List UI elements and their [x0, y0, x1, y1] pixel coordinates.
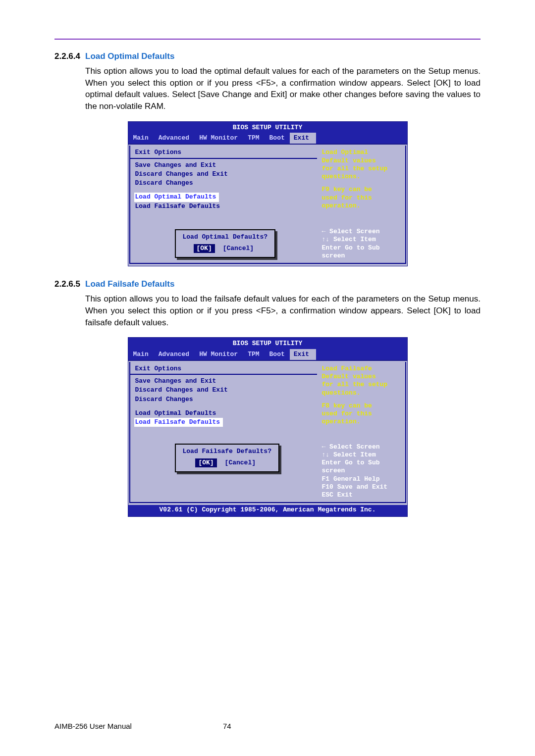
bios-left-panel: Exit Options Save Changes and Exit Disca…: [129, 362, 317, 504]
help-line: used for this: [322, 194, 401, 202]
bios-screenshot-failsafe: BIOS SETUP UTILITY Main Advanced HW Moni…: [128, 337, 408, 516]
section-number: 2.2.6.5: [54, 278, 85, 290]
opt-discard-exit[interactable]: Discard Changes and Exit: [135, 386, 312, 395]
help-line: Load Optimal: [322, 149, 401, 156]
help-line: operation.: [322, 418, 401, 426]
nav-enter: Enter Go to Sub: [322, 459, 401, 467]
tab-exit[interactable]: Exit: [290, 349, 316, 360]
bios-tabs: Main Advanced HW Monitor TPM Boot Exit: [128, 349, 407, 360]
opt-discard[interactable]: Discard Changes: [135, 179, 312, 188]
bios-copyright: V02.61 (C) Copyright 1985-2006, American…: [128, 505, 407, 516]
tab-main[interactable]: Main: [128, 349, 154, 360]
nav-select-item: ↑↓ Select Item: [322, 236, 401, 244]
cancel-button[interactable]: [Cancel]: [220, 244, 257, 253]
left-divider: [130, 374, 317, 375]
tab-boot[interactable]: Boot: [265, 349, 290, 360]
confirm-dialog-optimal: Load Optimal Defaults? [OK] [Cancel]: [175, 229, 276, 258]
left-divider: [130, 158, 317, 159]
nav-select-screen: ← Select Screen: [322, 443, 401, 451]
opt-save-exit[interactable]: Save Changes and Exit: [135, 377, 312, 386]
opt-load-optimal[interactable]: Load Optimal Defaults: [135, 409, 312, 418]
nav-select-item: ↑↓ Select Item: [322, 451, 401, 459]
help-line: F8 key can be: [322, 402, 401, 410]
opt-discard-exit[interactable]: Discard Changes and Exit: [135, 170, 312, 179]
top-divider: [54, 39, 481, 40]
bios-title: BIOS SETUP UTILITY: [128, 338, 407, 349]
section-heading-optimal: 2.2.6.4 Load Optimal Defaults: [54, 50, 481, 62]
section-body: This option allows you to load the optim…: [85, 65, 481, 112]
nav-esc: ESC Exit: [322, 491, 401, 499]
section-number: 2.2.6.4: [54, 50, 85, 62]
nav-screen: screen: [322, 252, 401, 260]
opt-load-failsafe[interactable]: Load Failsafe Defaults: [135, 202, 312, 211]
ok-button[interactable]: [OK]: [195, 458, 216, 467]
opt-load-optimal[interactable]: Load Optimal Defaults: [134, 193, 219, 202]
section-heading-failsafe: 2.2.6.5 Load Failsafe Defaults: [54, 278, 481, 290]
help-line: for all the setup: [322, 165, 401, 173]
tab-hw-monitor[interactable]: HW Monitor: [194, 349, 243, 360]
section-title: Load Failsafe Defaults: [85, 278, 174, 290]
opt-load-failsafe[interactable]: Load Failsafe Defaults: [134, 418, 223, 427]
tab-tpm[interactable]: TPM: [243, 349, 264, 360]
help-line: operation.: [322, 202, 401, 210]
help-line: questions.: [322, 389, 401, 397]
tab-exit[interactable]: Exit: [290, 133, 316, 144]
tab-advanced[interactable]: Advanced: [154, 133, 194, 144]
dialog-message: Load Failsafe Defaults?: [183, 448, 271, 455]
opt-save-exit[interactable]: Save Changes and Exit: [135, 161, 312, 170]
help-line: used for this: [322, 410, 401, 418]
tab-tpm[interactable]: TPM: [243, 133, 264, 144]
bios-tabs: Main Advanced HW Monitor TPM Boot Exit: [128, 133, 407, 144]
exit-options-heading: Exit Options: [135, 365, 312, 373]
bios-left-panel: Exit Options Save Changes and Exit Disca…: [129, 146, 317, 264]
help-line: for all the setup: [322, 381, 401, 389]
help-line: F9 key can be: [322, 186, 401, 194]
opt-discard[interactable]: Discard Changes: [135, 395, 312, 404]
help-line: questions.: [322, 173, 401, 181]
help-line: Default values: [322, 157, 401, 165]
ok-button[interactable]: [OK]: [194, 244, 215, 253]
tab-boot[interactable]: Boot: [265, 133, 290, 144]
exit-options-heading: Exit Options: [135, 149, 312, 156]
tab-advanced[interactable]: Advanced: [154, 349, 194, 360]
tab-hw-monitor[interactable]: HW Monitor: [194, 133, 243, 144]
bios-title: BIOS SETUP UTILITY: [128, 122, 407, 133]
nav-screen: screen: [322, 467, 401, 475]
nav-enter: Enter Go to Sub: [322, 244, 401, 252]
nav-select-screen: ← Select Screen: [322, 228, 401, 236]
section-title: Load Optimal Defaults: [85, 50, 174, 62]
nav-f10: F10 Save and Exit: [322, 483, 401, 491]
bios-help-panel: Load Failsafe Default values for all the…: [317, 362, 406, 504]
cancel-button[interactable]: [Cancel]: [222, 458, 259, 467]
tab-main[interactable]: Main: [128, 133, 154, 144]
help-line: Load Failsafe: [322, 365, 401, 373]
dialog-message: Load Optimal Defaults?: [183, 233, 268, 241]
bios-help-panel: Load Optimal Default values for all the …: [317, 146, 406, 264]
section-body: This option allows you to load the fails…: [85, 293, 481, 328]
bios-screenshot-optimal: BIOS SETUP UTILITY Main Advanced HW Moni…: [128, 121, 408, 266]
nav-f1: F1 General Help: [322, 475, 401, 483]
confirm-dialog-failsafe: Load Failsafe Defaults? [OK] [Cancel]: [175, 444, 279, 473]
help-line: Default values: [322, 373, 401, 381]
